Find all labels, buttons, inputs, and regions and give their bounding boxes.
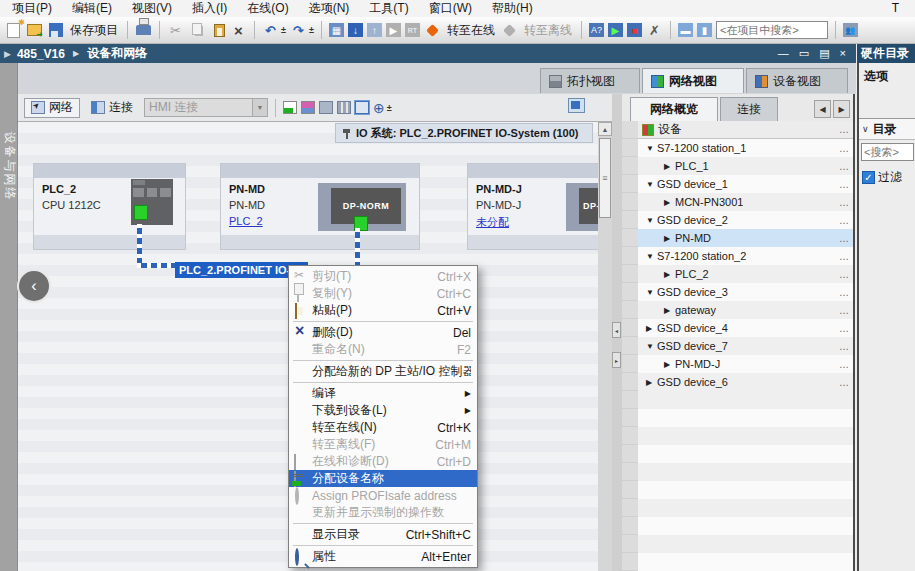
breadcrumb-project[interactable]: 485_V16	[17, 47, 65, 61]
project-search-input[interactable]	[716, 21, 828, 39]
expand-caret-icon[interactable]: ▶	[664, 306, 675, 315]
dock-icon[interactable]: ▤	[819, 47, 829, 60]
dp-norm-chip[interactable]: DP-NORM	[579, 188, 598, 224]
table-header-devices[interactable]: 设备 …	[638, 121, 853, 139]
menu-window[interactable]: 窗口(W)	[419, 0, 482, 17]
device-card-pnmd[interactable]: PN-MD PN-MD PLC_2 DP-NORM	[220, 163, 420, 250]
redo-icon[interactable]: ↷	[290, 22, 307, 38]
tree-row-gsd2[interactable]: ▼GSD device_2…	[638, 211, 853, 229]
menu-item-download-to-device[interactable]: 下载到设备(L)▶	[289, 402, 477, 419]
cross-reference-icon[interactable]: ✗	[646, 22, 663, 38]
tab-network-overview[interactable]: 网络概览	[630, 97, 718, 121]
filter-checkbox[interactable]: ✓	[862, 171, 875, 184]
zoom-dropdown[interactable]: ±	[387, 103, 392, 113]
expand-caret-icon[interactable]: ▼	[646, 144, 657, 153]
start-simulation-icon[interactable]: ▶	[608, 23, 623, 37]
tab-topology-view[interactable]: 拓扑视图	[540, 68, 640, 93]
menu-options[interactable]: 选项(N)	[299, 0, 360, 17]
menu-help[interactable]: 帮助(H)	[482, 0, 543, 17]
copy-icon[interactable]	[188, 22, 205, 38]
stop-cpu-icon[interactable]: RT	[405, 23, 420, 37]
expand-caret-icon[interactable]: ▼	[646, 342, 657, 351]
gsd-device-image-frame[interactable]: DP-NORM	[566, 183, 598, 231]
undo-icon[interactable]: ↶	[262, 22, 279, 38]
tree-row-station2[interactable]: ▼S7-1200 station_2…	[638, 247, 853, 265]
expand-caret-icon[interactable]: ▶	[646, 378, 657, 387]
scrollbar-thumb[interactable]: ≡	[599, 138, 611, 218]
tab-scroll-right-icon[interactable]: ▶	[833, 100, 850, 118]
expand-caret-icon[interactable]: ▶	[664, 234, 675, 243]
expand-caret-icon[interactable]: ▶	[664, 270, 675, 279]
network-mode-button[interactable]: 网络	[24, 98, 80, 118]
go-online-icon[interactable]	[424, 22, 441, 38]
paste-icon[interactable]	[209, 22, 226, 38]
save-project-icon[interactable]	[47, 22, 64, 38]
connections-mode-button[interactable]: 连接	[84, 98, 140, 118]
tree-row-mcnpn3001[interactable]: ▶MCN-PN3001…	[638, 193, 853, 211]
menu-view[interactable]: 视图(V)	[122, 0, 182, 17]
page-view-icon[interactable]	[319, 101, 333, 114]
save-project-label[interactable]: 保存项目	[68, 22, 120, 39]
tree-row-pnmdj[interactable]: ▶PN-MD-J…	[638, 355, 853, 373]
cut-icon[interactable]: ✂	[167, 22, 184, 38]
compile-icon[interactable]: ▦	[329, 23, 344, 37]
tab-network-view[interactable]: 网络视图	[642, 68, 744, 93]
menu-item-go-online[interactable]: 转至在线(N)Ctrl+K	[289, 419, 477, 436]
menu-edit[interactable]: 编辑(E)	[62, 0, 122, 17]
tree-row-station1[interactable]: ▼S7-1200 station_1…	[638, 139, 853, 157]
breadcrumb-editor[interactable]: 设备和网络	[87, 45, 147, 62]
tree-row-gsd3[interactable]: ▼GSD device_3…	[638, 283, 853, 301]
device-name[interactable]: PN-MD-J	[476, 183, 522, 195]
tree-row-gsd6[interactable]: ▶GSD device_6…	[638, 373, 853, 391]
profinet-line-vertical-plc2[interactable]	[137, 224, 142, 268]
tree-row-plc2[interactable]: ▶PLC_2…	[638, 265, 853, 283]
tab-device-view[interactable]: 设备视图	[746, 68, 848, 93]
canvas-vertical-scrollbar[interactable]: ▲ ≡	[598, 122, 612, 571]
profinet-line-horizontal[interactable]	[137, 263, 179, 268]
profinet-port-green[interactable]	[134, 205, 148, 220]
breadcrumb-arrow-icon[interactable]: ▶	[0, 49, 17, 59]
menu-item-compile[interactable]: 编译▶	[289, 385, 477, 402]
tree-row-pnmd-selected[interactable]: ▶PN-MD…	[638, 229, 853, 247]
new-project-icon[interactable]	[5, 22, 22, 38]
menu-insert[interactable]: 插入(I)	[182, 0, 237, 17]
device-name[interactable]: PLC_2	[42, 183, 76, 195]
not-assigned-link[interactable]: 未分配	[476, 215, 509, 230]
device-card-pnmdj[interactable]: PN-MD-J PN-MD-J 未分配 DP-NORM	[467, 163, 598, 250]
split-horizontal-icon[interactable]: ▬	[678, 23, 693, 37]
expand-caret-icon[interactable]: ▶	[664, 360, 675, 369]
go-offline-icon[interactable]	[501, 22, 518, 38]
tab-connections[interactable]: 连接	[720, 97, 778, 121]
open-project-icon[interactable]	[26, 22, 43, 38]
close-icon[interactable]: ×	[840, 47, 846, 60]
splitter-collapse-right-icon[interactable]: ▸	[612, 352, 621, 368]
stop-simulation-icon[interactable]: ■	[627, 23, 642, 37]
tree-row-gsd1[interactable]: ▼GSD device_1…	[638, 175, 853, 193]
menu-item-show-catalog[interactable]: 显示目录Ctrl+Shift+C	[289, 526, 477, 543]
go-online-label[interactable]: 转至在线	[445, 22, 497, 39]
scrollbar-up-arrow[interactable]: ▲	[598, 122, 612, 136]
undo-dropdown[interactable]: ±	[281, 25, 286, 35]
panel-view-icon[interactable]	[355, 101, 369, 114]
assigned-controller-link[interactable]: PLC_2	[229, 215, 263, 227]
gsd-device-image-frame[interactable]: DP-NORM	[318, 183, 406, 231]
menu-tools[interactable]: 工具(T)	[359, 0, 418, 17]
assign-device-name-tool-icon[interactable]	[283, 101, 297, 114]
sidebar-collapse-button[interactable]: ‹	[17, 269, 51, 303]
restore-icon[interactable]: ▭	[799, 47, 809, 60]
device-card-plc2[interactable]: PLC_2 CPU 1212C	[33, 163, 186, 250]
download-to-device-icon[interactable]: ↓	[348, 23, 363, 37]
profinet-line-vertical-pnmd[interactable]	[355, 228, 360, 268]
menu-item-assign-device-name[interactable]: 分配设备名称	[289, 470, 477, 487]
menu-online[interactable]: 在线(O)	[237, 0, 298, 17]
menu-item-delete[interactable]: 删除(D)Del	[289, 324, 477, 341]
expand-caret-icon[interactable]: ▼	[646, 252, 657, 261]
catalog-section-header[interactable]: ∨ 目录	[859, 118, 915, 140]
dropdown-arrow-icon[interactable]: ▼	[252, 99, 267, 116]
zoom-lens-icon[interactable]: ⊕	[373, 100, 385, 116]
menu-item-assign-new-master[interactable]: 分配给新的 DP 主站/IO 控制器	[289, 363, 477, 380]
expand-caret-icon[interactable]: ▶	[646, 324, 657, 333]
grid-view-icon[interactable]	[337, 101, 351, 114]
tab-scroll-left-icon[interactable]: ◀	[814, 100, 831, 118]
catalog-search-input[interactable]	[861, 143, 914, 161]
